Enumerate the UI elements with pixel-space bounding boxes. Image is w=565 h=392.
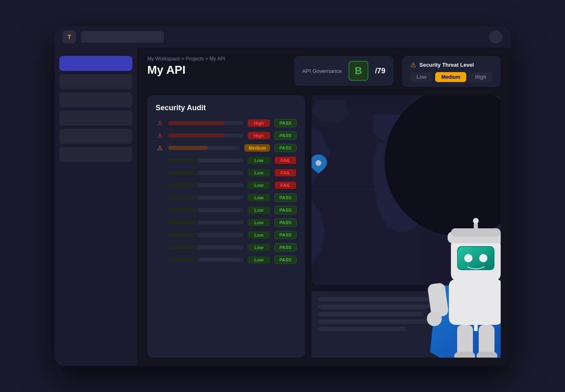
severity-badge-low: Low	[248, 256, 270, 264]
security-audit-panel: Security Audit ⚠ High PASS ⚠ High PASS	[147, 95, 305, 358]
threat-title: Security Threat Level	[419, 62, 474, 68]
search-bar[interactable]	[81, 31, 164, 43]
info-line	[318, 312, 424, 316]
severity-badge-high: High	[248, 132, 270, 139]
warning-icon: ⚠	[410, 61, 416, 69]
audit-row: ⚠ Low FAIL	[156, 156, 297, 165]
status-badge-fail: FAIL	[274, 181, 297, 189]
severity-badge-medium: Medium	[244, 144, 270, 152]
placeholder-icon: ⚠	[156, 182, 164, 189]
audit-row: ⚠ Low FAIL	[156, 181, 297, 189]
severity-badge-low: Low	[248, 219, 270, 226]
threat-level-low[interactable]: Low	[410, 72, 433, 82]
placeholder-icon: ⚠	[156, 256, 164, 263]
app-window: T My Workspace > Projects > My API My AP…	[54, 26, 511, 366]
info-line	[318, 327, 406, 331]
audit-bar	[168, 183, 244, 187]
severity-badge-low: Low	[248, 244, 270, 251]
audit-bar	[168, 245, 244, 249]
status-badge-pass: PASS	[274, 131, 297, 140]
audit-row: ⚠ Low PASS	[156, 218, 297, 227]
severity-badge-low: Low	[248, 206, 270, 214]
audit-row: ⚠ Medium PASS	[156, 144, 297, 152]
status-badge-pass: PASS	[274, 144, 297, 152]
placeholder-icon: ⚠	[156, 219, 164, 226]
audit-bar	[168, 196, 244, 200]
grade-score: /79	[375, 67, 385, 75]
api-governance-label: API Governance	[302, 68, 342, 74]
placeholder-icon: ⚠	[156, 194, 164, 201]
threat-level-medium[interactable]: Medium	[435, 72, 466, 82]
status-badge-fail: FAIL	[274, 156, 297, 165]
info-panel	[312, 291, 501, 358]
status-badge-pass: PASS	[274, 231, 297, 239]
audit-bar	[168, 258, 244, 262]
status-badge-pass: PASS	[274, 256, 297, 264]
alert-icon: ⚠	[156, 132, 164, 139]
placeholder-icon: ⚠	[156, 157, 164, 164]
audit-row: ⚠ Low PASS	[156, 256, 297, 264]
content-header: My Workspace > Projects > My API My API …	[147, 56, 501, 87]
content-area: My Workspace > Projects > My API My API …	[137, 48, 511, 366]
info-line	[318, 297, 477, 301]
placeholder-icon: ⚠	[156, 169, 164, 176]
status-badge-pass: PASS	[274, 206, 297, 214]
threat-level-widget: ⚠ Security Threat Level Low Medium High	[402, 56, 501, 87]
placeholder-icon: ⚠	[156, 244, 164, 251]
sidebar	[54, 48, 137, 366]
sidebar-item-team[interactable]	[59, 147, 132, 162]
status-badge-pass: PASS	[274, 194, 297, 202]
severity-badge-low: Low	[248, 157, 270, 164]
audit-bar	[168, 171, 244, 175]
breadcrumb-section: My Workspace > Projects > My API My API	[147, 56, 286, 77]
audit-bar	[168, 208, 244, 212]
audit-bar	[168, 233, 244, 237]
audit-bar	[168, 146, 240, 150]
status-badge-pass: PASS	[274, 243, 297, 252]
placeholder-icon: ⚠	[156, 207, 164, 213]
alert-icon: ⚠	[156, 120, 164, 126]
audit-row: ⚠ Low PASS	[156, 194, 297, 202]
api-governance-widget: API Governance B /79	[294, 56, 394, 86]
severity-badge-low: Low	[248, 181, 270, 189]
threat-header: ⚠ Security Threat Level	[410, 61, 492, 69]
audit-title: Security Audit	[156, 104, 297, 112]
app-logo: T	[63, 30, 76, 44]
svg-point-5	[316, 160, 321, 166]
severity-badge-low: Low	[248, 169, 270, 177]
info-line	[318, 319, 459, 324]
profile-avatar[interactable]	[489, 30, 502, 44]
page-title: My API	[147, 63, 286, 77]
alert-icon: ⚠	[156, 145, 164, 151]
audit-bar	[168, 220, 244, 225]
threat-levels: Low Medium High	[410, 72, 492, 82]
audit-row: ⚠ Low FAIL	[156, 169, 297, 177]
info-line	[318, 305, 441, 309]
sidebar-item-dashboard[interactable]	[59, 56, 132, 71]
status-badge-pass: PASS	[274, 119, 297, 127]
breadcrumb: My Workspace > Projects > My API	[147, 56, 286, 62]
audit-row: ⚠ Low PASS	[156, 243, 297, 252]
audit-bar	[168, 133, 244, 138]
sidebar-item-analytics[interactable]	[59, 92, 132, 107]
severity-badge-high: High	[248, 119, 270, 127]
audit-bar	[168, 158, 244, 162]
sidebar-item-security[interactable]	[59, 111, 132, 126]
audit-row: ⚠ Low PASS	[156, 206, 297, 214]
main-layout: My Workspace > Projects > My API My API …	[54, 48, 511, 366]
severity-badge-low: Low	[248, 194, 270, 201]
placeholder-icon: ⚠	[156, 232, 164, 238]
sidebar-item-apis[interactable]	[59, 74, 132, 89]
threat-level-high[interactable]: High	[469, 72, 492, 82]
audit-row: ⚠ High PASS	[156, 131, 297, 140]
sidebar-item-settings[interactable]	[59, 129, 132, 144]
status-badge-pass: PASS	[274, 218, 297, 227]
audit-bar	[168, 121, 244, 125]
severity-badge-low: Low	[248, 231, 270, 239]
audit-row: ⚠ High PASS	[156, 119, 297, 127]
top-bar: T	[54, 26, 511, 48]
audit-row: ⚠ Low PASS	[156, 231, 297, 239]
grade-badge: B	[348, 61, 368, 81]
status-badge-fail: FAIL	[274, 169, 297, 177]
panels-row: Security Audit ⚠ High PASS ⚠ High PASS	[147, 95, 501, 358]
